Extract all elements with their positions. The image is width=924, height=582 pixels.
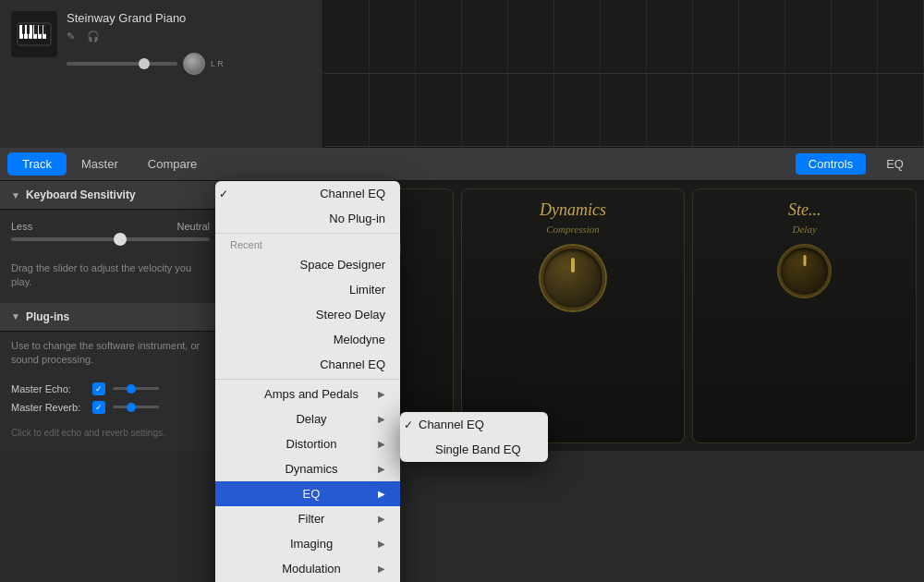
keyboard-sensitivity-title: Keyboard Sensitivity bbox=[26, 188, 136, 201]
keyboard-sensitivity-header: ▼ Keyboard Sensitivity bbox=[0, 181, 221, 210]
recent-label-text: Recent bbox=[230, 239, 262, 250]
menu-divider-1 bbox=[215, 233, 400, 234]
tab-bar: Track Master Compare Controls EQ bbox=[0, 148, 924, 181]
delay-knob-row bbox=[779, 246, 830, 297]
menu-item-distortion[interactable]: Distortion ▶ bbox=[215, 431, 400, 456]
tab-track[interactable]: Track bbox=[7, 152, 67, 176]
track-info: Steinway Grand Piano ✎ 🎧 L R bbox=[67, 11, 311, 75]
plugins-title: Plug-ins bbox=[26, 310, 69, 323]
amp-dynamics-section: Dynamics Compression bbox=[461, 188, 686, 443]
main-content: ▼ Keyboard Sensitivity Less Neutral Drag… bbox=[0, 181, 924, 451]
master-echo-knob[interactable] bbox=[127, 384, 136, 394]
svg-rect-11 bbox=[43, 25, 46, 34]
modulation-label: Modulation bbox=[282, 562, 341, 576]
imaging-label: Imaging bbox=[290, 537, 333, 551]
menu-item-amps-pedals[interactable]: Amps and Pedals ▶ bbox=[215, 382, 400, 406]
menu-item-delay[interactable]: Delay ▶ bbox=[215, 406, 400, 431]
eq-submenu: ✓ Channel EQ Single Band EQ bbox=[400, 412, 548, 462]
menu-item-imaging[interactable]: Imaging ▶ bbox=[215, 531, 400, 556]
tab-controls[interactable]: Controls bbox=[796, 153, 866, 175]
lane-row-1 bbox=[323, 0, 924, 74]
pan-label: L R bbox=[211, 59, 224, 68]
menu-item-melodyne[interactable]: Melodyne bbox=[215, 327, 400, 352]
amp-dynamics-title: Dynamics bbox=[540, 200, 606, 220]
check-icon: ✓ bbox=[219, 188, 234, 200]
tab-compare[interactable]: Compare bbox=[133, 152, 212, 176]
dropdown-menu: ✓ Channel EQ No Plug-in Recent Space Des… bbox=[215, 181, 400, 582]
track-controls: ✎ 🎧 bbox=[67, 30, 311, 45]
menu-item-modulation[interactable]: Modulation ▶ bbox=[215, 556, 400, 581]
keyboard-sensitivity-slider[interactable] bbox=[11, 237, 210, 241]
distortion-arrow-icon: ▶ bbox=[378, 439, 385, 449]
master-reverb-slider[interactable] bbox=[113, 406, 159, 408]
menu-item-space-designer[interactable]: Space Designer bbox=[215, 252, 400, 277]
volume-slider-area: L R bbox=[67, 53, 311, 75]
left-panel: ▼ Keyboard Sensitivity Less Neutral Drag… bbox=[0, 181, 222, 451]
amps-arrow-icon: ▶ bbox=[378, 389, 385, 399]
lane-content-2 bbox=[323, 74, 924, 147]
menu-item-dynamics[interactable]: Dynamics ▶ bbox=[215, 456, 400, 481]
slider-neutral-label: Neutral bbox=[177, 221, 210, 232]
channel-eq-recent-label: Channel EQ bbox=[320, 358, 385, 371]
menu-no-plugin-label: No Plug-in bbox=[329, 212, 385, 225]
eq-label: EQ bbox=[303, 487, 321, 501]
imaging-arrow-icon: ▶ bbox=[378, 539, 385, 549]
volume-slider[interactable] bbox=[67, 62, 177, 66]
amp-delay-label: Delay bbox=[793, 224, 817, 235]
keyboard-sensitivity-slider-area: Less Neutral bbox=[0, 210, 221, 261]
submenu-channel-eq[interactable]: ✓ Channel EQ bbox=[400, 412, 548, 437]
keyboard-sensitivity-desc: Drag the slider to adjust the velocity y… bbox=[0, 261, 221, 299]
amps-pedals-label: Amps and Pedals bbox=[264, 387, 359, 401]
menu-item-eq[interactable]: EQ ▶ bbox=[215, 481, 400, 506]
filter-label: Filter bbox=[298, 512, 325, 526]
right-tab-group: Controls EQ bbox=[796, 153, 917, 175]
modulation-arrow-icon: ▶ bbox=[378, 564, 385, 574]
amp-stereo-title: Ste... bbox=[788, 200, 821, 220]
menu-item-filter[interactable]: Filter ▶ bbox=[215, 506, 400, 531]
menu-item-stereo-delay[interactable]: Stereo Delay bbox=[215, 302, 400, 327]
svg-rect-7 bbox=[22, 25, 25, 34]
pencil-icon[interactable]: ✎ bbox=[67, 30, 81, 45]
tab-master[interactable]: Master bbox=[67, 152, 133, 176]
slider-less-label: Less bbox=[11, 221, 32, 232]
distortion-label: Distortion bbox=[286, 437, 337, 451]
delay-arrow-icon: ▶ bbox=[378, 414, 385, 424]
menu-recent-label: Recent bbox=[215, 236, 400, 252]
pan-knob[interactable] bbox=[183, 53, 205, 75]
filter-arrow-icon: ▶ bbox=[378, 514, 385, 524]
amp-compression-label: Compression bbox=[546, 224, 600, 235]
dynamics-label: Dynamics bbox=[285, 462, 337, 476]
dynamics-arrow-icon: ▶ bbox=[378, 464, 385, 474]
master-reverb-checkbox[interactable] bbox=[92, 401, 105, 414]
track-header: Steinway Grand Piano ✎ 🎧 L R bbox=[0, 0, 323, 148]
tab-eq[interactable]: EQ bbox=[873, 153, 917, 175]
delay-knob[interactable] bbox=[779, 246, 830, 297]
menu-item-channel-eq-checked[interactable]: ✓ Channel EQ bbox=[215, 181, 400, 206]
menu-item-channel-eq-recent[interactable]: Channel EQ bbox=[215, 352, 400, 377]
menu-item-no-plugin[interactable]: No Plug-in bbox=[215, 206, 400, 231]
slider-labels: Less Neutral bbox=[11, 221, 210, 232]
volume-knob[interactable] bbox=[139, 58, 150, 69]
lane-row-2 bbox=[323, 74, 924, 148]
master-echo-slider[interactable] bbox=[113, 387, 159, 390]
top-area: Steinway Grand Piano ✎ 🎧 L R bbox=[0, 0, 924, 148]
submenu-single-band-label: Single Band EQ bbox=[435, 443, 521, 456]
eq-arrow-icon: ▶ bbox=[378, 489, 385, 499]
compression-knob[interactable] bbox=[541, 246, 605, 310]
headphone-icon[interactable]: 🎧 bbox=[87, 30, 102, 45]
menu-item-limiter[interactable]: Limiter bbox=[215, 277, 400, 302]
master-reverb-row: Master Reverb: bbox=[11, 401, 210, 414]
stereo-delay-label: Stereo Delay bbox=[316, 308, 385, 321]
keyboard-sensitivity-arrow[interactable]: ▼ bbox=[11, 190, 20, 200]
master-echo-row: Master Echo: bbox=[11, 382, 210, 395]
plugins-desc: Use to change the software instrument, o… bbox=[0, 332, 221, 375]
master-echo-checkbox[interactable] bbox=[92, 382, 105, 395]
delay-label: Delay bbox=[296, 412, 326, 426]
submenu-channel-eq-label: Channel EQ bbox=[419, 418, 484, 431]
limiter-label: Limiter bbox=[349, 283, 385, 297]
keyboard-sensitivity-knob[interactable] bbox=[114, 233, 127, 246]
menu-checked-label: Channel EQ bbox=[320, 187, 385, 200]
submenu-single-band-eq[interactable]: Single Band EQ bbox=[400, 437, 548, 462]
plugins-arrow[interactable]: ▼ bbox=[11, 311, 20, 321]
master-reverb-knob[interactable] bbox=[127, 403, 136, 412]
